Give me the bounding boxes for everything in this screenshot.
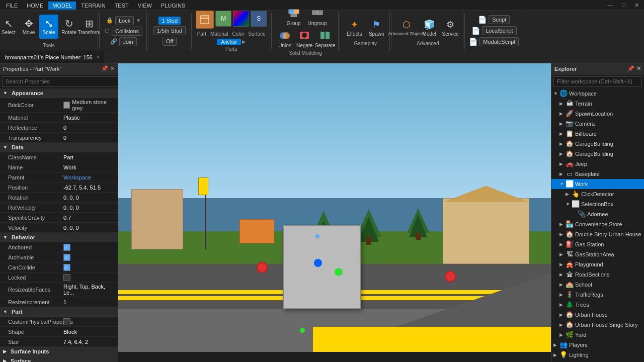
locked-checkbox[interactable]: [63, 274, 70, 281]
spawn-btn[interactable]: ⚑ Spawn: [366, 16, 386, 40]
module-script-btn[interactable]: ModuleScript: [479, 37, 519, 46]
window-maximize[interactable]: □: [619, 1, 628, 10]
tree-arrow[interactable]: ▶: [559, 131, 566, 136]
tree-item-lighting[interactable]: ▶💡Lighting: [551, 350, 644, 360]
brick-color-value[interactable]: Medium stone grey: [63, 99, 115, 111]
tree-item-convstore[interactable]: ▶🏪Convenience Store: [551, 219, 644, 229]
tree-item-garage1[interactable]: ▶🏠GarageBuilding: [551, 139, 644, 149]
tree-arrow[interactable]: ▶: [559, 101, 566, 106]
tree-arrow[interactable]: ▶: [559, 282, 566, 287]
tree-arrow[interactable]: ▶: [559, 141, 566, 146]
reflectance-value[interactable]: 0: [63, 125, 115, 131]
tree-arrow[interactable]: ▶: [559, 222, 566, 227]
explorer-search-input[interactable]: [553, 76, 642, 86]
anchored-checkbox[interactable]: ✓: [63, 244, 70, 251]
rotation-value[interactable]: 0, 0, 0: [63, 195, 115, 201]
part-btn-color[interactable]: [233, 11, 249, 27]
parts-expand[interactable]: ▶: [242, 39, 246, 44]
tree-item-garage2[interactable]: ▶🏠GarageBuilding: [551, 149, 644, 159]
join-btn[interactable]: Join: [119, 37, 136, 46]
tree-item-gasstation[interactable]: ▶⛽Gas Station: [551, 239, 644, 249]
tree-item-players[interactable]: ▶👥Players: [551, 340, 644, 350]
transform-tool[interactable]: ⊞ Transform: [79, 15, 99, 39]
name-value[interactable]: Work: [63, 164, 115, 170]
menu-view[interactable]: VIEW: [134, 2, 156, 10]
cancollide-checkbox[interactable]: ✓: [63, 264, 70, 271]
tree-item-doubstory[interactable]: ▶🏠Double Story Urban House: [551, 229, 644, 239]
tree-item-urbanhousesinge[interactable]: ▶🏠Urban House Singe Story: [551, 320, 644, 330]
group-btn[interactable]: Group: [283, 7, 305, 27]
shape-value[interactable]: Block: [63, 329, 115, 335]
rotate-tool[interactable]: ↻ Rotate: [59, 15, 78, 39]
tree-arrow[interactable]: ▶: [559, 272, 566, 277]
tree-item-workspace[interactable]: ▼🌐Workspace: [551, 88, 644, 99]
part-btn-part[interactable]: [196, 11, 214, 29]
size-value[interactable]: 7.4, 6.4, 2: [63, 339, 115, 345]
search-properties-input[interactable]: [2, 76, 118, 86]
ungroup-btn[interactable]: Ungroup: [306, 7, 329, 27]
select-tool[interactable]: ↖ Select: [0, 15, 18, 39]
move-tool[interactable]: ✥ Move: [19, 15, 38, 39]
tree-item-trees[interactable]: ▶🌲Trees: [551, 300, 644, 310]
tree-arrow[interactable]: ▶: [559, 242, 566, 247]
tree-arrow[interactable]: ▶: [559, 262, 566, 267]
tree-item-school[interactable]: ▶🏫School: [551, 280, 644, 290]
tree-arrow[interactable]: ▼: [553, 91, 559, 96]
tree-arrow[interactable]: ▶: [553, 352, 559, 357]
resizeincrement-value[interactable]: 1: [63, 299, 115, 305]
off-btn[interactable]: Off: [163, 37, 177, 46]
tree-item-urbanhouse[interactable]: ▶🏠Urban House: [551, 310, 644, 320]
tab-close[interactable]: ×: [97, 54, 100, 60]
effects-btn[interactable]: ✦ Effects: [344, 16, 364, 40]
tree-arrow[interactable]: ▶: [559, 252, 566, 257]
tree-item-replicatedfirst[interactable]: ▶📁ReplicatedFirst: [551, 360, 644, 362]
tree-arrow[interactable]: ▶: [559, 232, 566, 237]
menu-test[interactable]: TEST: [111, 2, 133, 10]
tree-item-work[interactable]: ▼⬜Work: [551, 179, 644, 189]
union-btn[interactable]: Union: [276, 29, 294, 49]
archivable-checkbox[interactable]: ✓: [63, 254, 70, 261]
tree-arrow[interactable]: ▶: [559, 292, 566, 297]
stud1-btn[interactable]: 1 Stud: [158, 17, 181, 25]
model-btn[interactable]: 🧊 Model: [420, 16, 439, 40]
service-btn[interactable]: ⚙ Service: [441, 16, 460, 40]
tree-arrow[interactable]: ▼: [566, 202, 572, 207]
surface-header[interactable]: ▶ Surface: [0, 356, 118, 362]
tree-item-adornee[interactable]: 📎Adornee: [551, 209, 644, 219]
tree-arrow[interactable]: ▼: [559, 182, 566, 187]
tree-item-selectionbox[interactable]: ▼⬜SelectionBox: [551, 199, 644, 209]
window-minimize[interactable]: —: [604, 1, 616, 10]
lock-btn[interactable]: Lock: [115, 16, 134, 25]
rotvelocity-value[interactable]: 0, 0, 0: [63, 205, 115, 211]
part-section-header[interactable]: ▼ Part: [0, 307, 118, 317]
main-tab[interactable]: brownpants01's Place Number: 156 ×: [0, 51, 105, 63]
tree-arrow[interactable]: ▶: [559, 312, 566, 317]
menu-terrain[interactable]: TERRAIN: [77, 2, 109, 10]
tree-item-camera[interactable]: ▶📷Camera: [551, 119, 644, 129]
tree-item-clickdetector[interactable]: ▶👆ClickDetector: [551, 189, 644, 199]
part-btn-material[interactable]: M: [215, 11, 231, 27]
resizeablefaces-value[interactable]: Right, Top, Back, Le...: [63, 284, 115, 296]
properties-close[interactable]: ✕: [110, 65, 115, 72]
material-value[interactable]: Plastic: [63, 115, 115, 121]
tree-item-gasstationarea[interactable]: ▶🏗GasStationArea: [551, 249, 644, 259]
tree-arrow[interactable]: ▶: [559, 161, 566, 166]
tree-item-spawn[interactable]: ▶🚀SpawnLocation: [551, 109, 644, 119]
position-value[interactable]: -62.7, 5.4, 51.5: [63, 185, 115, 191]
explorer-close[interactable]: ✕: [636, 65, 641, 72]
surface-inputs-header[interactable]: ▶ Surface Inputs: [0, 347, 118, 356]
anchor-btn[interactable]: Anchor: [217, 39, 241, 45]
lock-arrow[interactable]: ▼: [136, 18, 141, 23]
properties-pin[interactable]: 📌: [101, 65, 108, 72]
negate-btn[interactable]: Negate: [295, 29, 313, 49]
menu-file[interactable]: FILE: [2, 2, 22, 10]
stud2-btn[interactable]: 1/5th Stud: [153, 26, 186, 35]
parent-value[interactable]: Workspace: [63, 174, 115, 180]
part-btn-surface[interactable]: S: [251, 11, 267, 27]
menu-plugins[interactable]: PLUGINS: [157, 2, 189, 10]
appearance-section-header[interactable]: ▼ Appearance: [0, 88, 118, 98]
menu-home[interactable]: HOME: [23, 2, 47, 10]
tree-arrow[interactable]: ▶: [559, 332, 566, 337]
advanced-objects-btn[interactable]: ⬡ Advanced Objects: [395, 16, 418, 40]
tree-arrow[interactable]: ▶: [559, 151, 566, 156]
